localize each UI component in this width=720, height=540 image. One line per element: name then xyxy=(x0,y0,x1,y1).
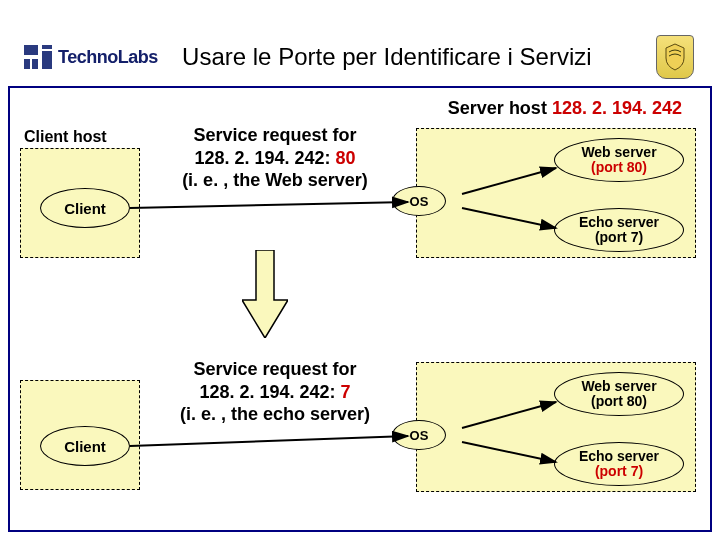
server-host-label: Server host 128. 2. 194. 242 xyxy=(448,98,682,119)
slide-title: Usare le Porte per Identificare i Serviz… xyxy=(158,43,656,71)
down-arrow-icon xyxy=(242,250,288,338)
title-bar: TechnoLabs Usare le Porte per Identifica… xyxy=(8,28,712,88)
server-ip: 128. 2. 194. 242 xyxy=(552,98,682,118)
request-text-2: Service request for 128. 2. 194. 242: 7 … xyxy=(160,358,390,426)
client-host-label-1: Client host xyxy=(24,128,107,146)
echo-server-node-1: Echo server(port 7) xyxy=(554,208,684,252)
svg-line-5 xyxy=(130,202,408,208)
brand-text: TechnoLabs xyxy=(58,47,158,68)
svg-rect-3 xyxy=(42,51,52,69)
echo-server-node-2: Echo server(port 7) xyxy=(554,442,684,486)
os-node-2: OS xyxy=(392,420,446,450)
web-server-node-1: Web server(port 80) xyxy=(554,138,684,182)
os-node-1: OS xyxy=(392,186,446,216)
request-text-1: Service request for 128. 2. 194. 242: 80… xyxy=(160,124,390,192)
svg-rect-0 xyxy=(24,45,38,55)
svg-rect-4 xyxy=(42,45,52,49)
svg-rect-1 xyxy=(24,59,30,69)
crest-icon xyxy=(656,35,694,79)
svg-rect-2 xyxy=(32,59,38,69)
client-node-2: Client xyxy=(40,426,130,466)
web-server-node-2: Web server(port 80) xyxy=(554,372,684,416)
client-node-1: Client xyxy=(40,188,130,228)
diagram-canvas: Server host 128. 2. 194. 242 Client host… xyxy=(10,90,710,530)
brand-logo: TechnoLabs xyxy=(24,43,158,71)
svg-line-8 xyxy=(130,436,408,446)
